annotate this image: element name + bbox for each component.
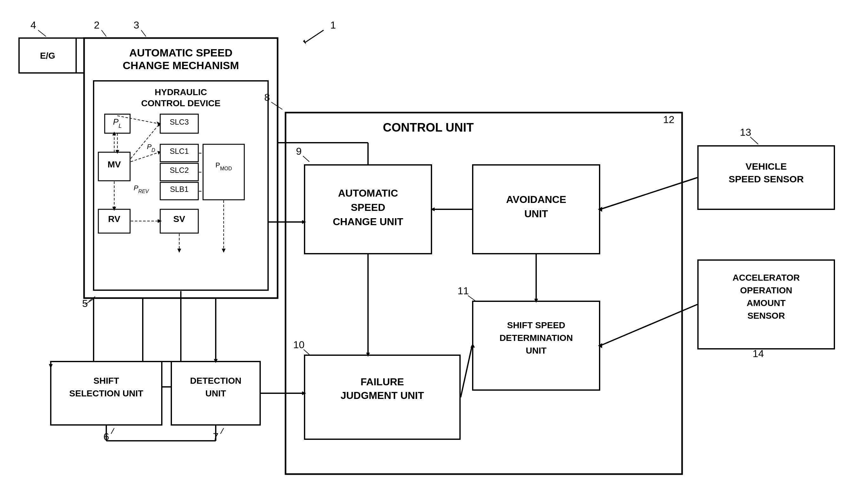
shift-selection-label1: SHIFT bbox=[94, 376, 119, 386]
shift-selection-label2: SELECTION UNIT bbox=[69, 388, 143, 398]
auto-speed-unit-label3: CHANGE UNIT bbox=[333, 216, 404, 227]
ref-12: 12 bbox=[663, 114, 674, 125]
auto-speed-change-mechanism-label2: CHANGE MECHANISM bbox=[123, 59, 239, 71]
acc-sensor-label4: SENSOR bbox=[747, 311, 785, 321]
shift-speed-det-label1: SHIFT SPEED bbox=[507, 320, 565, 330]
detection-unit-label2: UNIT bbox=[205, 388, 226, 398]
acc-sensor-label3: AMOUNT bbox=[747, 298, 786, 308]
failure-judgment-label2: JUDGMENT UNIT bbox=[340, 390, 424, 401]
vehicle-speed-sensor-label2: SPEED SENSOR bbox=[729, 174, 804, 184]
hydraulic-label1: HYDRAULIC bbox=[155, 87, 207, 97]
ref-10: 10 bbox=[293, 339, 304, 351]
mv-label: MV bbox=[107, 159, 121, 169]
slc1-label: SLC1 bbox=[170, 147, 189, 155]
acc-sensor-label1: ACCELERATOR bbox=[733, 273, 800, 283]
ref-9: 9 bbox=[296, 146, 302, 157]
ref-8: 8 bbox=[264, 92, 270, 103]
ref-1: 1 bbox=[330, 19, 336, 31]
auto-speed-unit-label2: SPEED bbox=[351, 202, 385, 213]
auto-speed-change-mechanism-label: AUTOMATIC SPEED bbox=[129, 46, 232, 59]
hydraulic-label2: CONTROL DEVICE bbox=[141, 98, 220, 108]
sv-label: SV bbox=[173, 214, 185, 224]
rv-label: RV bbox=[108, 214, 121, 224]
avoidance-unit-label1: AVOIDANCE bbox=[506, 194, 566, 205]
ref-5: 5 bbox=[82, 298, 88, 309]
diagram-container: 1 4 E/G 2 T/C 3 AUTOMATIC SPEED CHANGE M… bbox=[0, 0, 868, 502]
slc3-label: SLC3 bbox=[170, 118, 189, 126]
vehicle-speed-sensor-label1: VEHICLE bbox=[745, 161, 787, 171]
ref-14: 14 bbox=[753, 348, 764, 359]
slc2-label: SLC2 bbox=[170, 166, 189, 175]
shift-speed-det-label2: DETERMINATION bbox=[499, 333, 572, 343]
ref-13: 13 bbox=[740, 126, 751, 138]
acc-sensor-label2: OPERATION bbox=[740, 285, 792, 295]
detection-unit-label1: DETECTION bbox=[190, 376, 241, 386]
failure-judgment-label1: FAILURE bbox=[361, 376, 404, 388]
svg-rect-16 bbox=[203, 144, 244, 200]
ref-3: 3 bbox=[134, 19, 139, 31]
auto-speed-unit-label1: AUTOMATIC bbox=[338, 187, 398, 199]
slb1-label: SLB1 bbox=[170, 185, 189, 194]
ref-2: 2 bbox=[94, 19, 100, 31]
shift-speed-det-label3: UNIT bbox=[526, 346, 546, 355]
ref-4: 4 bbox=[30, 19, 36, 31]
ref-11: 11 bbox=[457, 285, 469, 296]
eg-label: E/G bbox=[40, 51, 55, 61]
avoidance-unit-label2: UNIT bbox=[524, 208, 548, 219]
control-unit-label: CONTROL UNIT bbox=[383, 121, 474, 134]
